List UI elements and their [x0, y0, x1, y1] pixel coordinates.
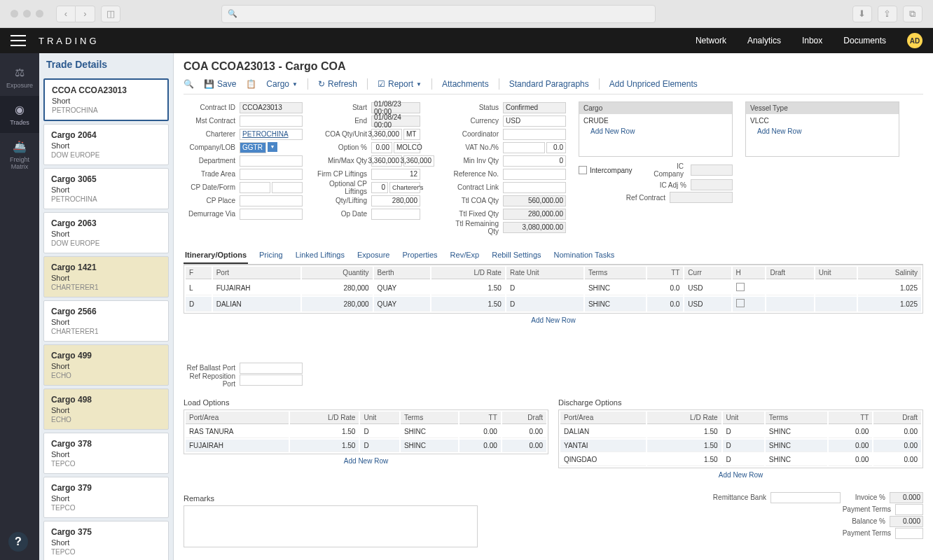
rail-freight-matrix[interactable]: 🚢Freight Matrix [0, 133, 39, 177]
cargo-dropdown[interactable]: Cargo ▼ [266, 79, 298, 89]
charterer-field[interactable]: PETROCHINA [240, 129, 303, 140]
tab-properties[interactable]: Properties [401, 247, 438, 264]
table-row[interactable]: QINGDAO1.50DSHINC0.000.00 [560, 454, 921, 466]
trade-card[interactable]: Cargo 498ShortECHO [43, 388, 169, 430]
standard-paragraphs-button[interactable]: Standard Paragraphs [509, 79, 589, 89]
coa-qty-field[interactable]: 3,360,000 [371, 129, 402, 140]
avatar[interactable]: AD [907, 33, 922, 48]
discharge-options-grid[interactable]: Port/AreaL/D RateUnitTermsTTDraft DALIAN… [558, 410, 923, 468]
nav-analytics[interactable]: Analytics [747, 36, 781, 46]
vat-pct-field[interactable]: 0.0 [546, 142, 566, 153]
refresh-button[interactable]: ↻ Refresh [318, 79, 357, 89]
payment-terms-1-field[interactable] [895, 504, 923, 515]
copy-button[interactable]: 📋 [246, 79, 256, 89]
minimize-window-icon[interactable] [23, 10, 31, 18]
rail-exposure[interactable]: ⚖Exposure [0, 59, 39, 96]
company-lob-field[interactable]: GGTR [240, 142, 266, 153]
ref-reposition-field[interactable] [240, 374, 303, 386]
trade-card[interactable]: Cargo 2566ShortCHARTERER1 [43, 300, 169, 342]
trade-card[interactable]: Cargo 1421ShortCHARTERER1 [43, 256, 169, 298]
table-row[interactable]: FUJAIRAH1.50DSHINC0.000.00 [186, 440, 546, 452]
trade-card[interactable]: CCOA CCOA23013ShortPETROCHINA [43, 78, 169, 121]
maximize-window-icon[interactable] [36, 10, 43, 18]
trade-card[interactable]: Cargo 379ShortTEPCO [43, 477, 169, 518]
currency-field[interactable]: USD [503, 115, 566, 127]
tabs-icon[interactable]: ⧉ [903, 6, 922, 22]
tab-pricing[interactable]: Pricing [258, 247, 284, 264]
sidebar-toggle-icon[interactable]: ◫ [101, 6, 120, 22]
report-dropdown[interactable]: ☑ Report ▼ [378, 79, 422, 89]
trade-area-field[interactable] [240, 169, 303, 180]
add-discharge-row[interactable]: Add New Row [558, 468, 923, 482]
nav-network[interactable]: Network [696, 36, 726, 46]
trade-card[interactable]: Cargo 375ShortTEPCO [43, 521, 169, 560]
nav-documents[interactable]: Documents [843, 36, 886, 46]
option-ref-field[interactable]: MOLCO [394, 142, 420, 153]
tab-nomination[interactable]: Nomination Tasks [553, 247, 616, 264]
max-qty-field[interactable]: 3,360,000 [403, 155, 434, 167]
add-load-row[interactable]: Add New Row [184, 454, 548, 468]
cargo-value[interactable]: CRUDE [583, 117, 728, 125]
trade-card[interactable]: Cargo 499ShortECHO [43, 344, 169, 386]
trade-card[interactable]: Cargo 2063ShortDOW EUROPE [43, 212, 169, 253]
add-vessel-row[interactable]: Add New Row [750, 125, 894, 138]
tab-rebill[interactable]: Rebill Settings [490, 247, 542, 264]
trade-card[interactable]: Cargo 3065ShortPETROCHINA [43, 168, 169, 209]
chevron-down-icon[interactable]: ▼ [268, 142, 277, 152]
cp-date-field[interactable] [240, 182, 270, 193]
save-button[interactable]: 💾 Save [204, 79, 236, 89]
table-row[interactable]: LFUJAIRAH280,000QUAY1.50DSHINC0.0USD1.02… [186, 281, 921, 295]
table-row[interactable]: DDALIAN280,000QUAY1.50DSHINC0.0USD1.025 [186, 297, 921, 312]
remarks-field[interactable] [184, 505, 478, 547]
demurrage-via-field[interactable] [240, 209, 303, 220]
attachments-button[interactable]: Attachments [442, 79, 489, 89]
itinerary-grid[interactable]: FPortQuantity BerthL/D RateRate Unit Ter… [184, 265, 923, 314]
trade-card[interactable]: Cargo 2064ShortDOW EUROPE [43, 124, 169, 165]
add-unpriced-button[interactable]: Add Unpriced Elements [609, 79, 698, 89]
coordinator-field[interactable] [503, 129, 566, 140]
coa-unit-field[interactable]: MT [403, 129, 420, 140]
add-cargo-row[interactable]: Add New Row [583, 125, 728, 138]
op-date-field[interactable] [371, 209, 420, 220]
start-field[interactable]: 01/08/23 00:00 [371, 102, 420, 113]
rail-trades[interactable]: ◉Trades [0, 96, 39, 133]
add-itinerary-row[interactable]: Add New Row [184, 314, 923, 327]
table-row[interactable]: YANTAI1.50DSHINC0.000.00 [560, 440, 921, 452]
url-bar[interactable]: 🔍 [221, 5, 656, 23]
tab-revexp[interactable]: Rev/Exp [449, 247, 481, 264]
forward-button[interactable]: › [76, 6, 95, 22]
ref-no-field[interactable] [503, 169, 566, 180]
intercompany-checkbox[interactable] [579, 166, 587, 174]
remittance-bank-field[interactable] [770, 492, 841, 503]
tab-exposure[interactable]: Exposure [356, 247, 391, 264]
tab-linked-liftings[interactable]: Linked Liftings [294, 247, 346, 264]
table-row[interactable]: DALIAN1.50DSHINC0.000.00 [560, 426, 921, 438]
cp-form-field[interactable] [272, 182, 303, 193]
help-button[interactable]: ? [8, 532, 28, 552]
end-field[interactable]: 01/08/24 00:00 [371, 115, 420, 127]
load-options-grid[interactable]: Port/AreaL/D RateUnitTermsTTDraft RAS TA… [184, 410, 548, 454]
payment-terms-2-field[interactable] [895, 528, 923, 539]
tab-itinerary[interactable]: Itinerary/Options [184, 247, 248, 264]
mst-contract-field[interactable] [240, 115, 303, 127]
download-icon[interactable]: ⬇ [852, 6, 872, 22]
close-window-icon[interactable] [11, 10, 18, 18]
min-qty-field[interactable]: 3,360,000 [371, 155, 402, 167]
back-button[interactable]: ‹ [56, 6, 76, 22]
search-button[interactable]: 🔍 [184, 79, 194, 89]
menu-icon[interactable] [11, 35, 26, 46]
vat-no-field[interactable] [503, 142, 545, 153]
contract-link-field[interactable] [503, 182, 566, 193]
option-pct-field[interactable]: 0.00 [371, 142, 392, 153]
trade-card[interactable]: Cargo 378ShortTEPCO [43, 433, 169, 474]
department-field[interactable] [240, 155, 303, 167]
firm-cp-field[interactable]: 12 [371, 169, 420, 180]
opt-cp-field[interactable]: 0 [371, 182, 388, 193]
table-row[interactable]: RAS TANURA1.50DSHINC0.000.00 [186, 426, 546, 438]
opt-cp-side-field[interactable]: Charterer's [389, 182, 420, 193]
share-icon[interactable]: ⇪ [878, 6, 897, 22]
vessel-value[interactable]: VLCC [750, 117, 894, 125]
qty-lifting-field[interactable]: 280,000 [371, 195, 420, 206]
ref-ballast-field[interactable] [240, 363, 303, 374]
cp-place-field[interactable] [240, 195, 303, 206]
